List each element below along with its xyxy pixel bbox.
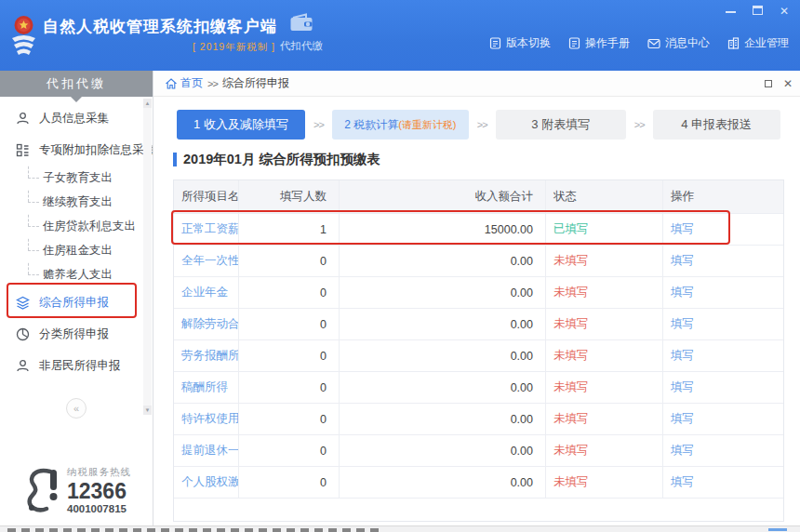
step-separator: >>	[313, 119, 324, 130]
tab-close-icon[interactable]: ✕	[783, 78, 793, 89]
sidebar-item-10[interactable]: 非居民所得申报	[0, 350, 153, 381]
income-item-link[interactable]: 全年一次性奖...	[181, 253, 239, 269]
mail-icon	[647, 38, 660, 49]
fill-action-link[interactable]: 填写	[671, 221, 694, 237]
column-header-5: 操作	[663, 180, 783, 213]
footer-link-sliver	[768, 528, 787, 531]
fill-count-value: 0	[320, 286, 327, 299]
income-item-link[interactable]: 特许权使用费...	[181, 411, 239, 427]
sidebar-collapse-button[interactable]: «	[66, 398, 87, 419]
step-tab-2[interactable]: 2 税款计算(请重新计税)	[332, 110, 469, 140]
scroll-up-icon[interactable]: ▲	[143, 99, 152, 108]
sidebar-item-3[interactable]: 子女教育支出	[0, 166, 153, 190]
fill-action-link[interactable]: 填写	[671, 443, 694, 459]
sidebar-item-7[interactable]: 赡养老人支出	[0, 262, 153, 286]
breadcrumb: 首页 >> 综合所得申报 ✕	[153, 71, 800, 97]
sidebar-item-6[interactable]: 住房租金支出	[0, 238, 153, 262]
income-total-value: 0.00	[511, 445, 533, 458]
status-badge: 已填写	[553, 221, 589, 237]
header-menu-item-3[interactable]: 消息中心	[647, 35, 710, 51]
table-row: 个人股权激励...00.00未填写填写	[174, 466, 783, 498]
income-item-link[interactable]: 解除劳动合同...	[181, 316, 239, 332]
scroll-down-icon[interactable]: ▼	[143, 406, 152, 415]
sidebar-item-2[interactable]: 专项附加扣除信息采集∨	[0, 134, 153, 166]
step-tab-label: 2 税款计算	[344, 117, 398, 133]
sidebar-item-label: 专项附加扣除信息采集	[39, 142, 153, 158]
status-badge: 未填写	[553, 348, 589, 364]
fill-action-link[interactable]: 填写	[671, 316, 694, 332]
hotline-label: 纳税服务热线	[67, 466, 131, 479]
breadcrumb-home[interactable]: 首页	[166, 75, 203, 91]
fill-count-value: 0	[320, 445, 327, 458]
status-badge: 未填写	[553, 253, 589, 269]
document-icon	[568, 37, 580, 49]
income-item-link[interactable]: 正常工资薪金...	[181, 221, 239, 237]
document-icon	[489, 37, 501, 49]
page-title-text: 2019年01月 综合所得预扣预缴表	[183, 151, 380, 168]
table-header-row: 所得项目名称填写人数收入额合计状态操作	[174, 180, 783, 213]
breadcrumb-separator: >>	[207, 78, 218, 89]
header-menu-label: 版本切换	[506, 35, 551, 51]
fill-action-link[interactable]: 填写	[671, 411, 694, 427]
sidebar: 代扣代缴 人员信息采集专项附加扣除信息采集∨子女教育支出继续教育支出住房贷款利息…	[0, 71, 153, 525]
table-row: 企业年金00.00未填写填写	[174, 276, 783, 308]
footer-text-sliver	[7, 528, 380, 532]
home-icon	[166, 78, 177, 89]
status-badge: 未填写	[553, 443, 589, 459]
header-menu-label: 消息中心	[665, 35, 710, 51]
fill-action-link[interactable]: 填写	[671, 348, 694, 364]
sidebar-item-5[interactable]: 住房贷款利息支出	[0, 214, 153, 238]
fill-count-value: 0	[320, 350, 327, 363]
income-item-link[interactable]: 劳务报酬所得	[181, 348, 239, 364]
table-row: 全年一次性奖...00.00未填写填写	[174, 245, 783, 276]
hotline-sub-number: 4001007815	[67, 503, 131, 514]
title-bar: 自然人税收管理系统扣缴客户端 [ 2019年新税制 ] 代扣代缴 版本切换操作手…	[0, 0, 800, 71]
status-badge: 未填写	[553, 474, 589, 490]
column-header-3: 收入额合计	[340, 180, 546, 213]
income-item-link[interactable]: 企业年金	[181, 285, 228, 300]
hotline-logo-icon	[22, 466, 61, 514]
sidebar-item-8[interactable]: 综合所得申报	[0, 286, 153, 318]
income-item-link[interactable]: 稿酬所得	[181, 379, 228, 395]
fill-action-link[interactable]: 填写	[671, 474, 694, 490]
app-subtitle: [ 2019年新税制 ]	[43, 41, 275, 54]
sidebar-scrollbar[interactable]: ▲ ▼	[143, 99, 152, 415]
app-title: 自然人税收管理系统扣缴客户端	[43, 16, 275, 37]
page-title: 2019年01月 综合所得预扣预缴表	[173, 151, 380, 168]
income-total-value: 0.00	[511, 318, 533, 331]
pie-icon	[16, 327, 30, 341]
status-badge: 未填写	[553, 285, 589, 300]
app-title-block: 自然人税收管理系统扣缴客户端 [ 2019年新税制 ]	[43, 16, 275, 54]
income-total-value: 0.00	[511, 350, 533, 363]
header-menu-item-1[interactable]: 版本切换	[489, 35, 551, 51]
sidebar-item-9[interactable]: 分类所得申报	[0, 318, 153, 350]
income-total-value: 0.00	[511, 255, 533, 268]
header-menu-item-4[interactable]: 企业管理	[727, 35, 789, 51]
minimize-button[interactable]	[724, 5, 737, 18]
sidebar-item-label: 住房贷款利息支出	[43, 219, 136, 234]
fill-action-link[interactable]: 填写	[671, 285, 694, 300]
breadcrumb-home-label: 首页	[180, 75, 203, 91]
step-tab-3[interactable]: 3 附表填写	[496, 110, 626, 140]
sidebar-item-label: 住房租金支出	[43, 243, 113, 259]
maximize-button[interactable]	[751, 5, 764, 18]
fill-count-value: 0	[320, 476, 327, 489]
tab-restore-icon[interactable]	[765, 80, 772, 87]
table-row: 劳务报酬所得00.00未填写填写	[174, 339, 783, 371]
income-total-value: 0.00	[511, 286, 533, 299]
sidebar-item-label: 继续教育支出	[43, 194, 113, 210]
breadcrumb-current: 综合所得申报	[222, 75, 289, 91]
status-badge: 未填写	[553, 316, 589, 332]
income-item-link[interactable]: 个人股权激励...	[181, 474, 239, 490]
step-tab-1[interactable]: 1 收入及减除填写	[177, 110, 305, 140]
step-tab-4[interactable]: 4 申报表报送	[653, 110, 780, 140]
header-menu-item-2[interactable]: 操作手册	[568, 35, 630, 51]
close-button[interactable]: ✕	[778, 5, 791, 18]
income-item-link[interactable]: 提前退休一次...	[181, 443, 239, 459]
sidebar-item-1[interactable]: 人员信息采集	[0, 102, 153, 134]
table-row: 特许权使用费...00.00未填写填写	[174, 403, 783, 434]
sidebar-item-4[interactable]: 继续教育支出	[0, 190, 153, 214]
fill-action-link[interactable]: 填写	[671, 379, 694, 395]
fill-action-link[interactable]: 填写	[671, 253, 694, 269]
table-empty-footer	[174, 498, 783, 521]
